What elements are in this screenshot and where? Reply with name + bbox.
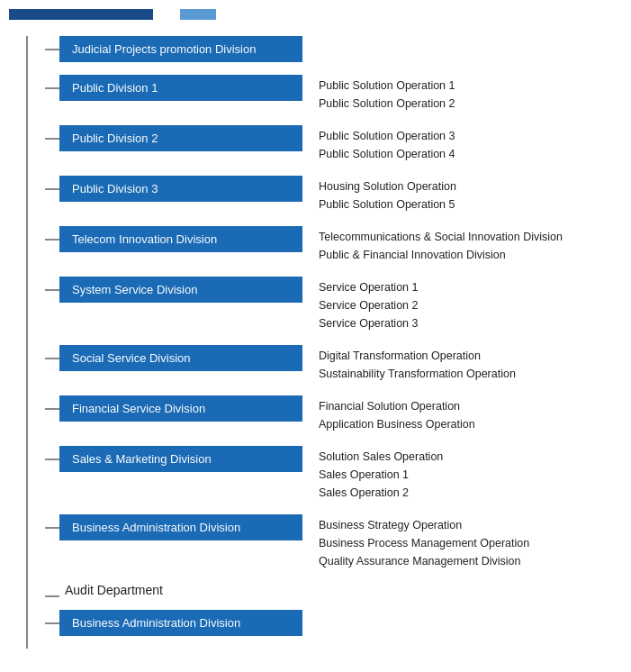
org-row-bizadmin1: Business Administration DivisionBusiness…: [45, 514, 622, 570]
sub-items-telecom: Telecommunications & Social Innovation D…: [319, 226, 563, 264]
president-ceo-button[interactable]: [9, 9, 153, 20]
division-button-system[interactable]: System Service Division: [59, 277, 302, 303]
h-connector: [45, 239, 59, 241]
sub-item: Public Solution Operation 4: [319, 145, 455, 163]
rows-container: Judicial Projects promotion DivisionPubl…: [45, 36, 622, 649]
sub-item: Service Operation 2: [319, 296, 418, 314]
sub-items-system: Service Operation 1Service Operation 2Se…: [319, 277, 418, 332]
division-button-social[interactable]: Social Service Division: [59, 345, 302, 371]
h-connector: [45, 595, 59, 597]
h-connector: [45, 138, 59, 140]
sub-item: Public Solution Operation 1: [319, 77, 455, 95]
sub-item: Public Solution Operation 2: [319, 95, 455, 113]
sub-items-public3: Housing Solution OperationPublic Solutio…: [319, 176, 456, 213]
division-button-public1[interactable]: Public Division 1: [59, 75, 302, 101]
sub-item: Quality Assurance Management Division: [319, 552, 529, 570]
left-strip: [9, 36, 45, 649]
sub-items-public2: Public Solution Operation 3Public Soluti…: [319, 125, 455, 163]
org-row-judicial: Judicial Projects promotion Division: [45, 36, 622, 62]
sub-item: Service Operation 3: [319, 314, 418, 332]
division-button-bizadmin1[interactable]: Business Administration Division: [59, 514, 302, 540]
org-row-public2: Public Division 2Public Solution Operati…: [45, 125, 622, 163]
sub-item: Sustainability Transformation Operation: [319, 365, 516, 383]
org-row-financial: Financial Service DivisionFinancial Solu…: [45, 395, 622, 433]
sub-item: Telecommunications & Social Innovation D…: [319, 228, 563, 246]
org-row-social: Social Service DivisionDigital Transform…: [45, 345, 622, 383]
sub-item: Public & Financial Innovation Division: [319, 246, 563, 264]
org-row-sales: Sales & Marketing DivisionSolution Sales…: [45, 446, 622, 502]
org-row-public3: Public Division 3Housing Solution Operat…: [45, 176, 622, 213]
h-connector: [45, 622, 59, 624]
h-connector: [45, 49, 59, 50]
org-row-telecom: Telecom Innovation DivisionTelecommunica…: [45, 226, 622, 264]
division-button-sales[interactable]: Sales & Marketing Division: [59, 446, 302, 472]
sub-item: Public Solution Operation 3: [319, 127, 455, 145]
org-chart: Judicial Projects promotion DivisionPubl…: [0, 0, 631, 658]
division-button-bizadmin2[interactable]: Business Administration Division: [59, 610, 302, 636]
sub-items-sales: Solution Sales OperationSales Operation …: [319, 446, 443, 502]
org-row-bizadmin2: Business Administration Division: [45, 610, 622, 636]
audit-department-label: Audit Department: [65, 583, 163, 597]
h-connector: [45, 289, 59, 291]
sub-item: Service Operation 1: [319, 278, 418, 296]
vertical-line: [26, 36, 28, 649]
sub-items-social: Digital Transformation OperationSustaina…: [319, 345, 516, 383]
sub-item: Sales Operation 1: [319, 466, 443, 484]
sub-item: Application Business Operation: [319, 415, 475, 433]
org-row-public1: Public Division 1Public Solution Operati…: [45, 75, 622, 113]
org-row-system: System Service DivisionService Operation…: [45, 277, 622, 332]
sub-item: Business Strategy Operation: [319, 516, 529, 534]
sub-item: Financial Solution Operation: [319, 397, 475, 415]
division-button-judicial[interactable]: Judicial Projects promotion Division: [59, 36, 302, 62]
sub-item: Solution Sales Operation: [319, 448, 443, 466]
top-row: [9, 9, 622, 20]
sub-item: Public Solution Operation 5: [319, 195, 456, 213]
sub-item: Business Process Management Operation: [319, 534, 529, 552]
sub-item: Digital Transformation Operation: [319, 347, 516, 365]
sub-items-financial: Financial Solution OperationApplication …: [319, 395, 475, 433]
sub-items-bizadmin1: Business Strategy OperationBusiness Proc…: [319, 514, 529, 570]
division-button-telecom[interactable]: Telecom Innovation Division: [59, 226, 302, 252]
board-of-directors-button[interactable]: [180, 9, 216, 20]
h-connector: [45, 188, 59, 190]
division-button-financial[interactable]: Financial Service Division: [59, 395, 302, 422]
audit-row: Audit Department: [45, 583, 622, 597]
division-button-public3[interactable]: Public Division 3: [59, 176, 302, 202]
h-connector: [45, 408, 59, 410]
sub-item: Housing Solution Operation: [319, 177, 456, 195]
h-connector: [45, 87, 59, 89]
sub-items-public1: Public Solution Operation 1Public Soluti…: [319, 75, 455, 113]
h-connector: [45, 358, 59, 359]
h-connector: [45, 527, 59, 529]
tree-body: Judicial Projects promotion DivisionPubl…: [9, 36, 622, 649]
sub-item: Sales Operation 2: [319, 484, 443, 502]
division-button-public2[interactable]: Public Division 2: [59, 125, 302, 151]
h-connector: [45, 459, 59, 460]
